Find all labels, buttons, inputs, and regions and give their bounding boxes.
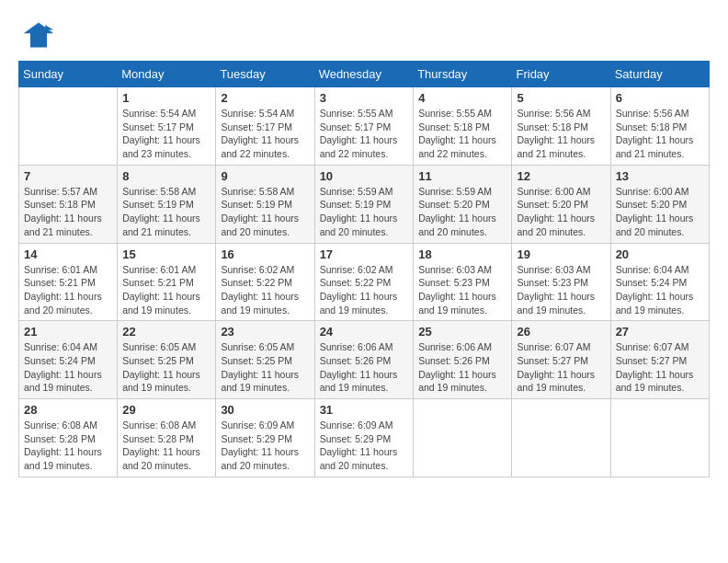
day-info: Sunrise: 6:03 AM Sunset: 5:23 PM Dayligh… [517, 263, 605, 317]
day-number: 12 [517, 169, 605, 183]
calendar-cell [414, 399, 512, 477]
day-number: 18 [418, 247, 506, 261]
day-number: 10 [320, 169, 409, 183]
day-info: Sunrise: 6:09 AM Sunset: 5:29 PM Dayligh… [320, 419, 409, 473]
day-info: Sunrise: 6:08 AM Sunset: 5:28 PM Dayligh… [24, 419, 112, 473]
calendar-cell: 11Sunrise: 5:59 AM Sunset: 5:20 PM Dayli… [414, 165, 512, 243]
day-info: Sunrise: 6:05 AM Sunset: 5:25 PM Dayligh… [221, 340, 309, 395]
day-info: Sunrise: 6:07 AM Sunset: 5:27 PM Dayligh… [517, 340, 605, 395]
day-number: 13 [616, 169, 704, 183]
calendar-cell: 3Sunrise: 5:55 AM Sunset: 5:17 PM Daylig… [314, 87, 414, 166]
day-info: Sunrise: 5:55 AM Sunset: 5:17 PM Dayligh… [320, 107, 409, 161]
calendar-cell: 21Sunrise: 6:04 AM Sunset: 5:24 PM Dayli… [19, 321, 118, 399]
day-number: 20 [616, 247, 704, 261]
calendar-cell: 16Sunrise: 6:02 AM Sunset: 5:22 PM Dayli… [216, 243, 314, 321]
calendar-table: SundayMondayTuesdayWednesdayThursdayFrid… [18, 61, 710, 477]
logo-text [18, 18, 55, 57]
calendar-cell: 8Sunrise: 5:58 AM Sunset: 5:19 PM Daylig… [118, 165, 216, 243]
day-info: Sunrise: 6:04 AM Sunset: 5:24 PM Dayligh… [616, 263, 704, 317]
calendar-cell [512, 399, 610, 477]
calendar-cell: 24Sunrise: 6:06 AM Sunset: 5:26 PM Dayli… [314, 321, 414, 399]
calendar-cell: 18Sunrise: 6:03 AM Sunset: 5:23 PM Dayli… [414, 243, 512, 321]
day-number: 19 [517, 247, 605, 261]
day-number: 15 [122, 247, 210, 261]
calendar-cell: 1Sunrise: 5:54 AM Sunset: 5:17 PM Daylig… [118, 87, 216, 166]
calendar-cell: 9Sunrise: 5:58 AM Sunset: 5:19 PM Daylig… [216, 165, 314, 243]
day-number: 6 [616, 91, 704, 105]
calendar-cell: 10Sunrise: 5:59 AM Sunset: 5:19 PM Dayli… [314, 165, 414, 243]
weekday-header-thursday: Thursday [414, 62, 512, 87]
calendar-cell: 17Sunrise: 6:02 AM Sunset: 5:22 PM Dayli… [314, 243, 414, 321]
day-number: 22 [122, 325, 210, 339]
weekday-header-friday: Friday [512, 62, 610, 87]
day-number: 5 [517, 91, 605, 105]
day-number: 16 [221, 247, 309, 261]
day-number: 27 [616, 325, 704, 339]
day-info: Sunrise: 5:56 AM Sunset: 5:18 PM Dayligh… [517, 107, 605, 161]
calendar-cell: 28Sunrise: 6:08 AM Sunset: 5:28 PM Dayli… [19, 399, 118, 477]
day-info: Sunrise: 6:00 AM Sunset: 5:20 PM Dayligh… [616, 185, 704, 239]
day-info: Sunrise: 5:59 AM Sunset: 5:20 PM Dayligh… [418, 185, 506, 239]
day-info: Sunrise: 5:56 AM Sunset: 5:18 PM Dayligh… [616, 107, 704, 161]
weekday-header-saturday: Saturday [610, 62, 709, 87]
day-info: Sunrise: 5:55 AM Sunset: 5:18 PM Dayligh… [418, 107, 506, 161]
day-number: 3 [320, 91, 409, 105]
logo-bird-icon [22, 18, 55, 52]
calendar-cell: 20Sunrise: 6:04 AM Sunset: 5:24 PM Dayli… [610, 243, 709, 321]
calendar-cell: 4Sunrise: 5:55 AM Sunset: 5:18 PM Daylig… [414, 87, 512, 166]
day-number: 21 [24, 325, 112, 339]
calendar-cell: 6Sunrise: 5:56 AM Sunset: 5:18 PM Daylig… [610, 87, 709, 166]
calendar-cell: 25Sunrise: 6:06 AM Sunset: 5:26 PM Dayli… [414, 321, 512, 399]
svg-marker-1 [45, 25, 53, 29]
day-info: Sunrise: 5:54 AM Sunset: 5:17 PM Dayligh… [221, 107, 309, 161]
calendar-cell: 23Sunrise: 6:05 AM Sunset: 5:25 PM Dayli… [216, 321, 314, 399]
day-info: Sunrise: 5:58 AM Sunset: 5:19 PM Dayligh… [221, 185, 309, 239]
calendar-cell: 5Sunrise: 5:56 AM Sunset: 5:18 PM Daylig… [512, 87, 610, 166]
calendar-cell: 29Sunrise: 6:08 AM Sunset: 5:28 PM Dayli… [118, 399, 216, 477]
day-number: 11 [418, 169, 506, 183]
page-header [18, 18, 710, 52]
day-number: 24 [320, 325, 409, 339]
weekday-header-monday: Monday [118, 62, 216, 87]
calendar-cell [19, 87, 118, 166]
day-info: Sunrise: 5:58 AM Sunset: 5:19 PM Dayligh… [122, 185, 210, 239]
day-info: Sunrise: 6:08 AM Sunset: 5:28 PM Dayligh… [122, 419, 210, 473]
day-info: Sunrise: 5:59 AM Sunset: 5:19 PM Dayligh… [320, 185, 409, 239]
day-info: Sunrise: 6:02 AM Sunset: 5:22 PM Dayligh… [320, 263, 409, 317]
day-number: 17 [320, 247, 409, 261]
calendar-cell: 7Sunrise: 5:57 AM Sunset: 5:18 PM Daylig… [19, 165, 118, 243]
day-number: 7 [24, 169, 112, 183]
day-info: Sunrise: 6:06 AM Sunset: 5:26 PM Dayligh… [320, 340, 409, 395]
logo [18, 18, 55, 52]
day-number: 28 [24, 403, 112, 417]
day-number: 25 [418, 325, 506, 339]
day-info: Sunrise: 6:01 AM Sunset: 5:21 PM Dayligh… [122, 263, 210, 317]
day-info: Sunrise: 6:05 AM Sunset: 5:25 PM Dayligh… [122, 340, 210, 395]
day-number: 4 [418, 91, 506, 105]
day-info: Sunrise: 6:06 AM Sunset: 5:26 PM Dayligh… [418, 340, 506, 395]
weekday-header-sunday: Sunday [19, 62, 118, 87]
day-number: 9 [221, 169, 309, 183]
calendar-cell: 27Sunrise: 6:07 AM Sunset: 5:27 PM Dayli… [610, 321, 709, 399]
day-number: 29 [122, 403, 210, 417]
day-info: Sunrise: 6:02 AM Sunset: 5:22 PM Dayligh… [221, 263, 309, 317]
calendar-cell: 30Sunrise: 6:09 AM Sunset: 5:29 PM Dayli… [216, 399, 314, 477]
day-number: 23 [221, 325, 309, 339]
day-info: Sunrise: 6:07 AM Sunset: 5:27 PM Dayligh… [616, 340, 704, 395]
day-number: 30 [221, 403, 309, 417]
calendar-cell: 15Sunrise: 6:01 AM Sunset: 5:21 PM Dayli… [118, 243, 216, 321]
day-info: Sunrise: 6:09 AM Sunset: 5:29 PM Dayligh… [221, 419, 309, 473]
day-info: Sunrise: 6:03 AM Sunset: 5:23 PM Dayligh… [418, 263, 506, 317]
calendar-cell: 14Sunrise: 6:01 AM Sunset: 5:21 PM Dayli… [19, 243, 118, 321]
weekday-header-tuesday: Tuesday [216, 62, 314, 87]
calendar-cell: 26Sunrise: 6:07 AM Sunset: 5:27 PM Dayli… [512, 321, 610, 399]
calendar-cell: 13Sunrise: 6:00 AM Sunset: 5:20 PM Dayli… [610, 165, 709, 243]
day-info: Sunrise: 5:57 AM Sunset: 5:18 PM Dayligh… [24, 185, 112, 239]
day-number: 2 [221, 91, 309, 105]
calendar-cell: 2Sunrise: 5:54 AM Sunset: 5:17 PM Daylig… [216, 87, 314, 166]
day-number: 26 [517, 325, 605, 339]
weekday-header-wednesday: Wednesday [314, 62, 414, 87]
calendar-cell: 22Sunrise: 6:05 AM Sunset: 5:25 PM Dayli… [118, 321, 216, 399]
calendar-cell: 19Sunrise: 6:03 AM Sunset: 5:23 PM Dayli… [512, 243, 610, 321]
day-info: Sunrise: 6:00 AM Sunset: 5:20 PM Dayligh… [517, 185, 605, 239]
